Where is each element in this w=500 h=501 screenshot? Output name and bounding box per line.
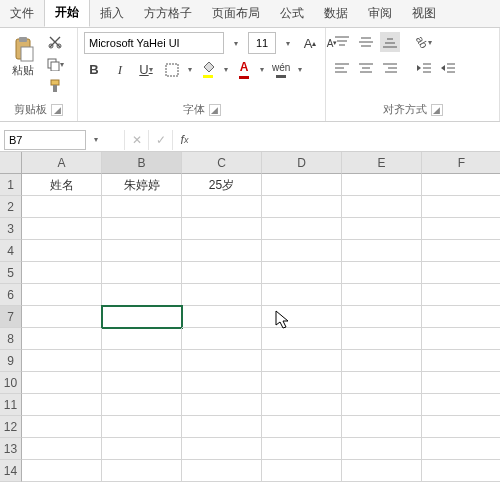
cell-C4[interactable] [182,240,262,262]
row-header-10[interactable]: 10 [0,372,22,394]
align-middle-button[interactable] [356,32,376,52]
cell-D4[interactable] [262,240,342,262]
cell-B11[interactable] [102,394,182,416]
borders-button[interactable] [162,60,182,80]
cell-E10[interactable] [342,372,422,394]
row-header-1[interactable]: 1 [0,174,22,196]
cell-C3[interactable] [182,218,262,240]
cell-D6[interactable] [262,284,342,306]
cell-C11[interactable] [182,394,262,416]
name-box-dropdown[interactable]: ▾ [86,130,106,150]
italic-button[interactable]: I [110,60,130,80]
cell-A10[interactable] [22,372,102,394]
align-right-button[interactable] [380,58,400,78]
cell-A13[interactable] [22,438,102,460]
cell-B7[interactable] [102,306,182,328]
phonetic-button[interactable]: wén [270,60,292,80]
cell-F6[interactable] [422,284,500,306]
cancel-formula-button[interactable]: ✕ [124,130,148,150]
font-color-button[interactable]: A [234,58,254,81]
cell-C14[interactable] [182,460,262,482]
name-box[interactable] [4,130,86,150]
cell-F1[interactable] [422,174,500,196]
row-header-3[interactable]: 3 [0,218,22,240]
row-header-5[interactable]: 5 [0,262,22,284]
cell-A2[interactable] [22,196,102,218]
tab-3[interactable]: 方方格子 [134,0,202,27]
cell-F2[interactable] [422,196,500,218]
tab-1[interactable]: 开始 [44,0,90,27]
paste-button[interactable]: 粘贴 [6,32,40,82]
cell-B12[interactable] [102,416,182,438]
cell-B14[interactable] [102,460,182,482]
increase-font-button[interactable]: A▴ [300,33,320,53]
col-header-F[interactable]: F [422,152,500,174]
cell-A3[interactable] [22,218,102,240]
cell-E4[interactable] [342,240,422,262]
cell-A6[interactable] [22,284,102,306]
tab-4[interactable]: 页面布局 [202,0,270,27]
col-header-D[interactable]: D [262,152,342,174]
row-header-12[interactable]: 12 [0,416,22,438]
cut-button[interactable] [44,32,66,52]
cell-E13[interactable] [342,438,422,460]
decrease-indent-button[interactable] [414,58,434,78]
cell-F13[interactable] [422,438,500,460]
row-header-9[interactable]: 9 [0,350,22,372]
cell-E9[interactable] [342,350,422,372]
tab-8[interactable]: 视图 [402,0,446,27]
cell-F9[interactable] [422,350,500,372]
cell-E12[interactable] [342,416,422,438]
cell-C5[interactable] [182,262,262,284]
cell-A4[interactable] [22,240,102,262]
cell-D12[interactable] [262,416,342,438]
cell-A14[interactable] [22,460,102,482]
tab-5[interactable]: 公式 [270,0,314,27]
cell-F7[interactable] [422,306,500,328]
col-header-B[interactable]: B [102,152,182,174]
fill-color-button[interactable] [198,59,218,80]
cell-F5[interactable] [422,262,500,284]
cell-F4[interactable] [422,240,500,262]
cell-A8[interactable] [22,328,102,350]
cell-B6[interactable] [102,284,182,306]
cell-C13[interactable] [182,438,262,460]
cell-E14[interactable] [342,460,422,482]
cell-C1[interactable]: 25岁 [182,174,262,196]
col-header-E[interactable]: E [342,152,422,174]
cell-B10[interactable] [102,372,182,394]
cell-E6[interactable] [342,284,422,306]
copy-button[interactable]: ▾ [44,54,66,74]
cell-E7[interactable] [342,306,422,328]
cell-B9[interactable] [102,350,182,372]
col-header-A[interactable]: A [22,152,102,174]
cell-D11[interactable] [262,394,342,416]
cell-B8[interactable] [102,328,182,350]
font-dialog-launcher[interactable]: ◢ [209,104,221,116]
row-header-14[interactable]: 14 [0,460,22,482]
font-size-combo[interactable] [248,32,276,54]
cell-D3[interactable] [262,218,342,240]
cell-F8[interactable] [422,328,500,350]
align-top-button[interactable] [332,32,352,52]
cell-A9[interactable] [22,350,102,372]
underline-button[interactable]: U ▾ [136,60,156,80]
cell-D5[interactable] [262,262,342,284]
cell-C12[interactable] [182,416,262,438]
cell-B3[interactable] [102,218,182,240]
row-header-7[interactable]: 7 [0,306,22,328]
cell-C7[interactable] [182,306,262,328]
cell-E2[interactable] [342,196,422,218]
row-header-8[interactable]: 8 [0,328,22,350]
formula-bar[interactable] [196,130,500,150]
cell-C9[interactable] [182,350,262,372]
enter-formula-button[interactable]: ✓ [148,130,172,150]
cell-D10[interactable] [262,372,342,394]
cell-A7[interactable] [22,306,102,328]
orientation-button[interactable]: ab▾ [414,32,434,52]
cell-D13[interactable] [262,438,342,460]
row-header-2[interactable]: 2 [0,196,22,218]
cell-A5[interactable] [22,262,102,284]
cell-C8[interactable] [182,328,262,350]
clipboard-dialog-launcher[interactable]: ◢ [51,104,63,116]
